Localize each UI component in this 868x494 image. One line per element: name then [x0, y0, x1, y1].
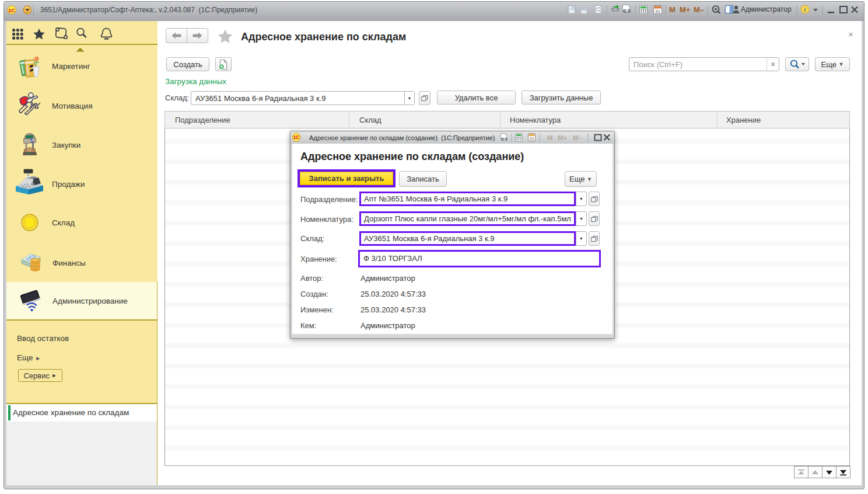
svg-text:31: 31 [655, 9, 660, 14]
svg-text:M–: M– [694, 5, 704, 14]
svg-text:M: M [669, 5, 676, 14]
svg-text:31: 31 [529, 136, 534, 141]
svg-text:M+: M+ [680, 5, 691, 14]
svg-text:Администратор: Администратор [741, 5, 792, 13]
svg-text:M: M [547, 134, 553, 141]
svg-text:1С: 1С [8, 8, 15, 13]
svg-text:M–: M– [573, 134, 583, 141]
svg-text:M+: M+ [558, 134, 568, 141]
svg-text:i: i [804, 6, 806, 13]
svg-text:1С: 1С [293, 134, 300, 140]
